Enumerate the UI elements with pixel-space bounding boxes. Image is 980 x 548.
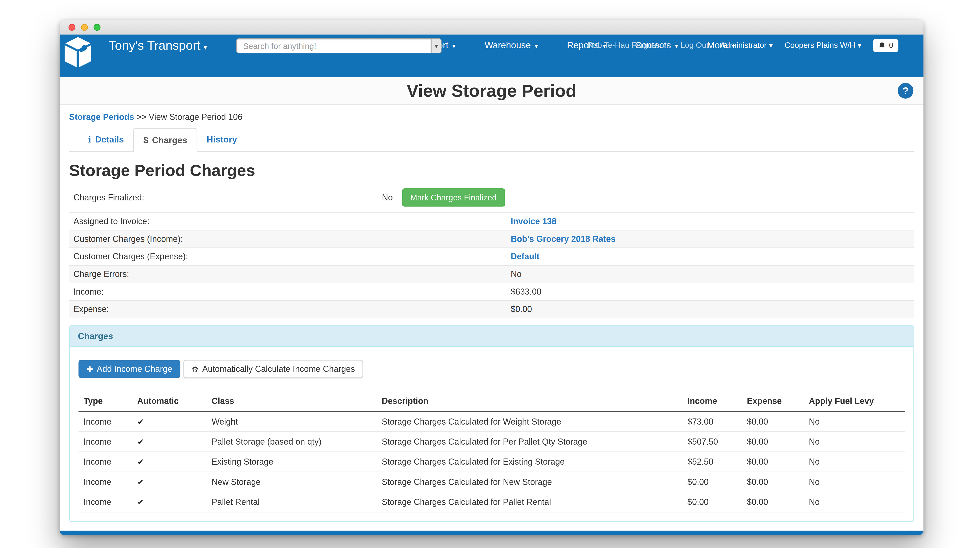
tab-bar: iDetails$ChargesHistory (69, 128, 914, 152)
charge-expense-cell: $0.00 (742, 452, 804, 472)
check-icon: ✔ (137, 497, 144, 507)
tab-link-history[interactable]: History (197, 128, 247, 151)
summary-value-link[interactable]: Default (511, 252, 539, 261)
summary-row-customer-charges-income: Customer Charges (Income):Bob's Grocery … (69, 230, 914, 248)
auto-calculate-charges-button[interactable]: ⚙ Automatically Calculate Income Charges (183, 360, 363, 378)
warehouse-label: Coopers Plains W/H (784, 41, 855, 49)
charge-fuel-levy-cell: No (804, 492, 905, 512)
warehouse-dropdown[interactable]: Coopers Plains W/H ▾ (784, 41, 861, 49)
charge-income-cell: $73.00 (682, 411, 742, 432)
charge-type-cell: Income (78, 411, 132, 432)
role-label: Administrator (721, 41, 767, 49)
charge-automatic-cell: ✔ (132, 472, 207, 492)
tab-label: Charges (152, 135, 187, 145)
caret-down-icon: ▾ (858, 41, 861, 50)
charges-finalized-value: No (382, 192, 393, 202)
charge-automatic-cell: ✔ (132, 432, 207, 452)
charge-class-cell: Pallet Rental (207, 492, 377, 512)
charge-automatic-cell: ✔ (132, 411, 207, 432)
summary-label: Expense: (73, 305, 109, 314)
mark-charges-finalized-button[interactable]: Mark Charges Finalized (402, 188, 504, 206)
charge-row-existing-storage: Income✔Existing StorageStorage Charges C… (78, 452, 905, 472)
search-scope-dropdown[interactable]: ▾ (431, 38, 441, 54)
add-income-charge-button[interactable]: ✚ Add Income Charge (78, 360, 180, 378)
charge-row-weight: Income✔WeightStorage Charges Calculated … (78, 411, 905, 432)
caret-down-icon: ▾ (769, 41, 773, 50)
charge-fuel-levy-cell: No (804, 432, 905, 452)
dollar-icon: $ (143, 135, 148, 145)
auto-calculate-charges-label: Automatically Calculate Income Charges (202, 364, 355, 374)
summary-value: $633.00 (511, 287, 541, 297)
global-search: ▾ (236, 38, 442, 54)
caret-down-icon: ▾ (452, 42, 456, 51)
column-header-description: Description (377, 391, 682, 411)
tab-link-charges[interactable]: $Charges (133, 128, 197, 152)
charge-description-cell: Storage Charges Calculated for Existing … (377, 452, 682, 472)
charge-expense-cell: $0.00 (742, 472, 804, 492)
tab-charges: $Charges (133, 128, 197, 152)
column-header-expense: Expense (742, 391, 804, 411)
summary-row-customer-charges-expense: Customer Charges (Expense):Default (69, 248, 914, 266)
minimize-button[interactable] (81, 24, 88, 30)
charge-income-cell: $52.50 (682, 452, 742, 472)
charges-panel-body: ✚ Add Income Charge ⚙ Automatically Calc… (70, 347, 913, 521)
column-header-automatic: Automatic (132, 391, 207, 411)
charge-income-cell: $0.00 (682, 472, 742, 492)
summary-value-link[interactable]: Invoice 138 (511, 217, 557, 226)
notifications-button[interactable]: 0 (873, 39, 899, 52)
charge-type-cell: Income (78, 472, 132, 492)
add-income-charge-label: Add Income Charge (97, 364, 172, 374)
tab-label: Details (95, 135, 124, 145)
summary-row-charge-errors: Charge Errors:No (69, 266, 914, 283)
logout-label: Log Out (681, 41, 709, 49)
user-name-link[interactable]: Rob Te-Hau Fergusson (587, 41, 668, 49)
summary-value: No (511, 269, 522, 279)
maximize-button[interactable] (94, 24, 100, 30)
charge-type-cell: Income (78, 492, 132, 512)
column-header-class: Class (207, 391, 377, 411)
search-input[interactable] (236, 38, 431, 54)
breadcrumb-link-storage-periods[interactable]: Storage Periods (69, 112, 134, 122)
charge-automatic-cell: ✔ (132, 492, 207, 512)
charge-class-cell: New Storage (207, 472, 377, 492)
section-heading: Storage Period Charges (69, 161, 914, 180)
app-window: Tony's Transport ▾ ▾ Rob Te-Hau Fergusso… (60, 20, 923, 535)
close-button[interactable] (68, 24, 75, 30)
brand-label: Tony's Transport (108, 38, 200, 53)
charge-type-cell: Income (78, 452, 132, 472)
brand-menu[interactable]: Tony's Transport ▾ (108, 38, 207, 53)
charge-fuel-levy-cell: No (804, 411, 905, 432)
charges-finalized-label: Charges Finalized: (73, 192, 144, 202)
charge-class-cell: Weight (207, 411, 377, 432)
help-icon[interactable]: ? (898, 83, 913, 98)
page-title: View Storage Period (407, 81, 576, 101)
tab-details: iDetails (78, 128, 133, 152)
charges-table: TypeAutomaticClassDescriptionIncomeExpen… (78, 391, 905, 512)
summary-label: Customer Charges (Income): (73, 234, 183, 244)
charge-expense-cell: $0.00 (742, 492, 804, 512)
charges-actions: ✚ Add Income Charge ⚙ Automatically Calc… (78, 360, 905, 378)
caret-down-icon: ▾ (535, 42, 538, 51)
role-dropdown[interactable]: Administrator ▾ (721, 41, 773, 49)
charge-expense-cell: $0.00 (742, 432, 804, 452)
summary-value: $0.00 (511, 305, 532, 314)
tab-link-details[interactable]: iDetails (78, 128, 133, 151)
charges-panel: Charges ✚ Add Income Charge ⚙ Automatica… (69, 325, 914, 522)
charge-row-pallet-rental: Income✔Pallet RentalStorage Charges Calc… (78, 492, 905, 512)
summary-label: Assigned to Invoice: (73, 217, 150, 226)
info-icon: i (88, 135, 91, 145)
charge-expense-cell: $0.00 (742, 411, 804, 432)
breadcrumb: Storage Periods >> View Storage Period 1… (69, 112, 914, 122)
check-icon: ✔ (137, 437, 144, 446)
caret-down-icon: ▾ (434, 42, 438, 50)
charge-fuel-levy-cell: No (804, 452, 905, 472)
summary-label: Charge Errors: (73, 269, 129, 279)
charge-class-cell: Existing Storage (207, 452, 377, 472)
column-header-income: Income (682, 391, 742, 411)
charge-income-cell: $0.00 (682, 492, 742, 512)
summary-row-income: Income:$633.00 (69, 283, 914, 301)
nav-item-warehouse[interactable]: Warehouse▾ (485, 40, 538, 51)
summary-value-link[interactable]: Bob's Grocery 2018 Rates (511, 234, 616, 244)
breadcrumb-separator: >> (137, 112, 146, 122)
logout-link[interactable]: Log Out (681, 41, 709, 49)
